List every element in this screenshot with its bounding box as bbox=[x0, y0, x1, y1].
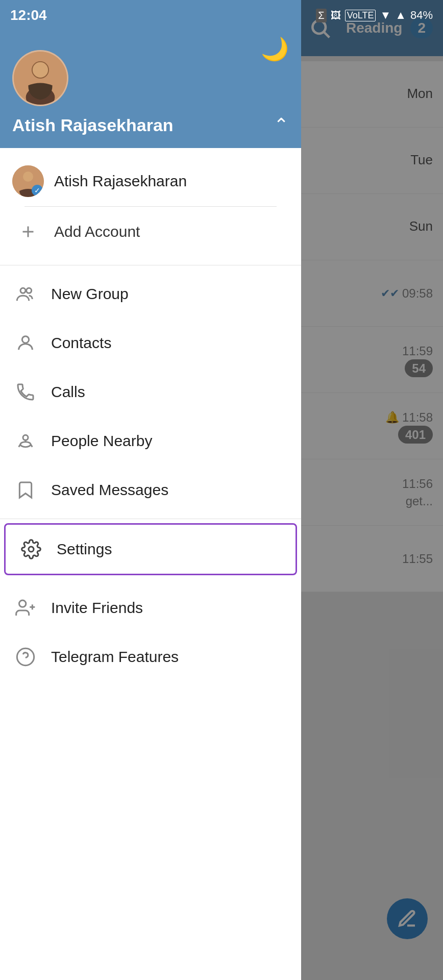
current-account-row[interactable]: ✓ Atish Rajasekharan bbox=[12, 156, 289, 206]
menu-item-calls[interactable]: Calls bbox=[0, 368, 301, 416]
settings-label: Settings bbox=[57, 541, 112, 558]
svg-point-12 bbox=[22, 336, 29, 343]
menu-item-invite-friends[interactable]: Invite Friends bbox=[0, 583, 301, 632]
settings-wrapper: Settings bbox=[0, 519, 301, 579]
menu-label: Contacts bbox=[51, 334, 111, 352]
menu-label: People Nearby bbox=[51, 432, 152, 450]
drawer-scrim[interactable] bbox=[301, 0, 443, 980]
menu-item-people-nearby[interactable]: People Nearby bbox=[0, 416, 301, 465]
menu-label: Invite Friends bbox=[51, 599, 143, 617]
sigma-icon: Σ bbox=[316, 9, 326, 22]
svg-line-16 bbox=[31, 445, 32, 447]
svg-point-11 bbox=[27, 288, 32, 293]
account-avatar: ✓ bbox=[12, 165, 44, 197]
question-icon bbox=[12, 644, 39, 670]
menu-label: Telegram Features bbox=[51, 648, 179, 666]
menu-item-saved-messages[interactable]: Saved Messages bbox=[0, 465, 301, 514]
menu-label: Calls bbox=[51, 383, 85, 401]
account-section: ✓ Atish Rajasekharan Add Account bbox=[0, 148, 301, 265]
battery-label: 84% bbox=[410, 9, 433, 22]
person-icon bbox=[12, 330, 39, 356]
drawer-name-row: Atish Rajasekharan ⌃ bbox=[12, 114, 289, 136]
svg-point-21 bbox=[17, 648, 34, 665]
status-time: 12:04 bbox=[10, 7, 47, 23]
chevron-up-icon[interactable]: ⌃ bbox=[274, 114, 289, 136]
bookmark-icon bbox=[12, 477, 39, 503]
moon-icon[interactable]: 🌙 bbox=[261, 36, 289, 62]
svg-point-14 bbox=[20, 442, 31, 447]
menu-label: New Group bbox=[51, 285, 129, 303]
volte-icon: VoLTE bbox=[345, 10, 376, 21]
gear-icon bbox=[18, 536, 44, 562]
status-bar: 12:04 Σ 🖼 VoLTE ▼ ▲ 84% bbox=[0, 0, 443, 31]
svg-line-15 bbox=[19, 445, 20, 447]
svg-point-5 bbox=[33, 62, 48, 78]
bottom-menu-section: Invite Friends Telegram Features bbox=[0, 579, 301, 685]
drawer-user-name: Atish Rajasekharan bbox=[12, 115, 174, 135]
add-account-label: Add Account bbox=[54, 223, 140, 240]
svg-point-13 bbox=[23, 435, 28, 440]
menu-item-new-group[interactable]: New Group bbox=[0, 270, 301, 318]
navigation-drawer: 🌙 Atish Rajasekharan ⌃ ✓ Atish Rajasekha… bbox=[0, 0, 301, 980]
menu-item-telegram-features[interactable]: Telegram Features bbox=[0, 632, 301, 681]
status-icons: Σ 🖼 VoLTE ▼ ▲ 84% bbox=[316, 9, 433, 22]
menu-item-settings[interactable]: Settings bbox=[4, 523, 297, 575]
verified-badge: ✓ bbox=[32, 185, 43, 196]
main-menu-section: New Group Contacts Calls bbox=[0, 265, 301, 519]
add-account-row[interactable]: Add Account bbox=[12, 207, 289, 257]
person-add-icon bbox=[12, 595, 39, 621]
wifi-icon: ▼ bbox=[380, 9, 391, 22]
svg-point-17 bbox=[29, 547, 34, 552]
nearby-icon bbox=[12, 428, 39, 454]
menu-label: Saved Messages bbox=[51, 481, 168, 499]
signal-icon: ▲ bbox=[395, 9, 406, 22]
avatar[interactable] bbox=[12, 50, 68, 106]
plus-icon bbox=[12, 216, 44, 248]
phone-icon bbox=[12, 379, 39, 405]
account-name: Atish Rajasekharan bbox=[54, 173, 187, 190]
svg-point-7 bbox=[23, 172, 33, 182]
group-icon bbox=[12, 281, 39, 307]
svg-point-18 bbox=[19, 600, 26, 607]
svg-point-10 bbox=[20, 288, 26, 293]
menu-item-contacts[interactable]: Contacts bbox=[0, 318, 301, 368]
image-icon: 🖼 bbox=[331, 10, 341, 21]
